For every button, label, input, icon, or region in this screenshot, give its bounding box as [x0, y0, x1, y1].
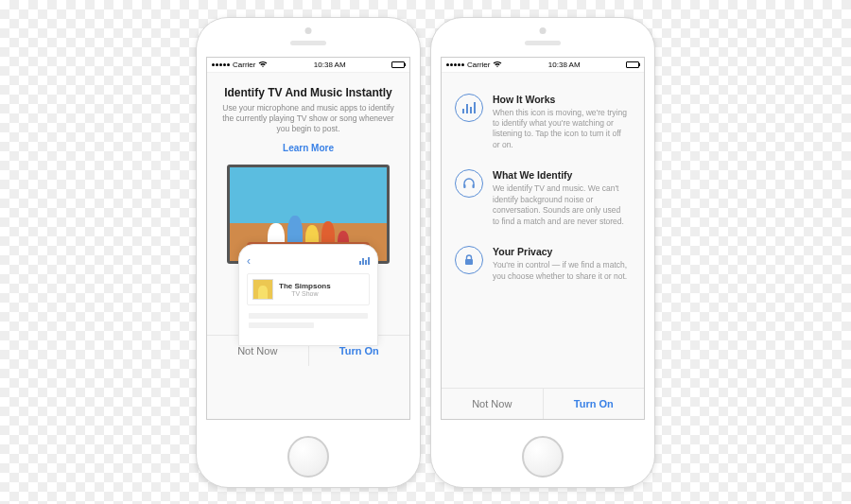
signal-dots-icon [446, 63, 464, 66]
carrier-label: Carrier [233, 61, 255, 69]
battery-icon [391, 61, 405, 68]
clock: 10:38 AM [314, 61, 346, 69]
page-description: Use your microphone and music apps to id… [220, 103, 396, 135]
home-button[interactable] [287, 436, 329, 478]
svg-rect-0 [463, 184, 465, 188]
illustration: ‹ The Simpsons TV Show [220, 165, 396, 335]
lock-icon [455, 246, 483, 274]
phone-screen-right: Carrier 10:38 AM How It Works When this … [441, 57, 645, 420]
info-row-what-we-identify: What We Identify We identify TV and musi… [455, 169, 629, 227]
status-bar: Carrier 10:38 AM [207, 58, 409, 73]
info-body: We identify TV and music. We can't ident… [493, 183, 629, 227]
carrier-label: Carrier [467, 61, 490, 69]
phone-camera [540, 27, 547, 34]
info-title: What We Identify [493, 169, 629, 181]
headphones-icon [455, 169, 483, 198]
phone-mockup-left: Carrier 10:38 AM Identify TV And Music I… [196, 17, 421, 488]
audio-bars-icon [359, 257, 370, 265]
svg-rect-2 [465, 259, 473, 265]
media-title: The Simpsons [279, 282, 331, 290]
audio-bars-icon [455, 94, 483, 122]
wifi-icon [493, 61, 502, 68]
info-body: When this icon is moving, we're trying t… [493, 108, 629, 151]
media-card: The Simpsons TV Show [247, 273, 370, 305]
info-row-how-it-works: How It Works When this icon is moving, w… [455, 94, 629, 151]
signal-dots-icon [212, 63, 230, 66]
svg-rect-1 [473, 184, 475, 188]
phone-screen-left: Carrier 10:38 AM Identify TV And Music I… [206, 57, 410, 420]
button-row: Not Now Turn On [442, 388, 644, 419]
media-thumbnail [252, 279, 273, 300]
clock: 10:38 AM [548, 61, 581, 69]
phone-speaker [525, 41, 561, 45]
info-row-your-privacy: Your Privacy You're in control — if we f… [455, 246, 629, 282]
phone-camera [305, 27, 312, 34]
phone-speaker [290, 41, 326, 45]
media-subtitle: TV Show [279, 290, 331, 297]
phone-mockup-right: Carrier 10:38 AM How It Works When this … [430, 17, 655, 488]
status-bar: Carrier 10:38 AM [442, 58, 644, 73]
battery-icon [626, 61, 639, 68]
back-chevron-icon: ‹ [247, 254, 251, 268]
not-now-button[interactable]: Not Now [442, 389, 544, 419]
info-title: How It Works [493, 94, 629, 105]
learn-more-link[interactable]: Learn More [220, 143, 396, 153]
info-body: You're in control — if we find a match, … [493, 260, 629, 282]
wifi-icon [258, 61, 268, 68]
mini-phone-illustration: ‹ The Simpsons TV Show [238, 244, 378, 346]
info-title: Your Privacy [493, 246, 629, 257]
turn-on-button[interactable]: Turn On [544, 389, 645, 419]
home-button[interactable] [522, 436, 564, 478]
page-title: Identify TV And Music Instantly [220, 86, 396, 99]
